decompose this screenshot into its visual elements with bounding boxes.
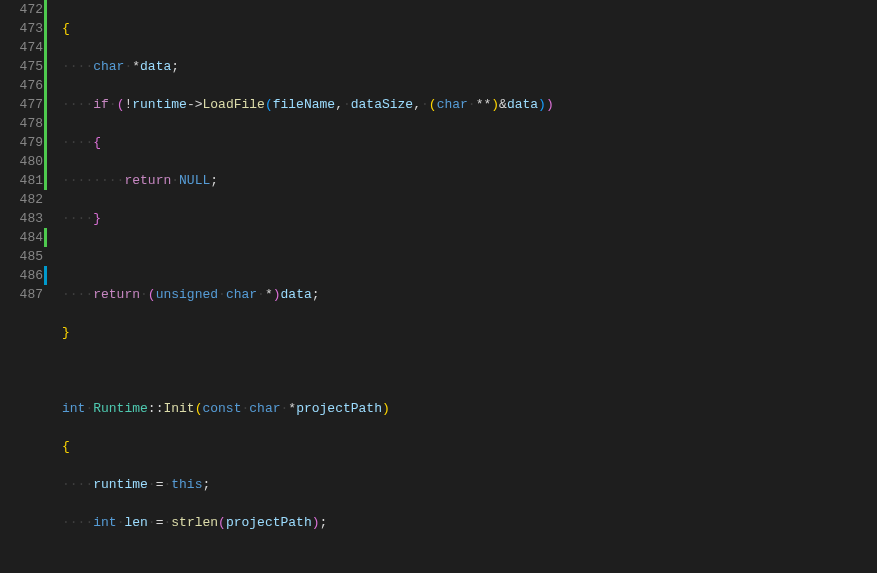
keyword-const: const <box>202 401 241 416</box>
semicolon: ; <box>171 59 179 74</box>
keyword-int: int <box>62 401 85 416</box>
var-data: data <box>140 59 171 74</box>
code-content[interactable]: { ····char·*data; ····if·(!runtime->Load… <box>48 0 632 573</box>
keyword-return: return <box>124 173 171 188</box>
var-projectpath: projectPath <box>296 401 382 416</box>
brace: { <box>62 439 70 454</box>
class-runtime: Runtime <box>93 401 148 416</box>
var-runtime: runtime <box>132 97 187 112</box>
keyword-char: char <box>226 287 257 302</box>
line-number: 484 <box>20 230 43 245</box>
var-runtime: runtime <box>93 477 148 492</box>
keyword-this: this <box>171 477 202 492</box>
keyword-char: char <box>249 401 280 416</box>
semicolon: ; <box>312 287 320 302</box>
keyword-unsigned: unsigned <box>156 287 218 302</box>
line-number: 478 <box>20 116 43 131</box>
semicolon: ; <box>202 477 210 492</box>
line-number: 482 <box>20 192 43 207</box>
paren: ( <box>148 287 156 302</box>
op-starstar: ** <box>476 97 492 112</box>
line-number: 473 <box>20 21 43 36</box>
paren: ) <box>273 287 281 302</box>
line-number-gutter: 472 473 474 475 476 477 478 479 480 481 … <box>0 0 48 573</box>
var-len: len <box>124 515 147 530</box>
line-number: 486 <box>20 268 43 283</box>
keyword-char: char <box>93 59 124 74</box>
keyword-int: int <box>93 515 116 530</box>
editor-root: 472 473 474 475 476 477 478 479 480 481 … <box>0 0 877 573</box>
line-number: 476 <box>20 78 43 93</box>
brace: } <box>62 325 70 340</box>
line-number: 472 <box>20 2 43 17</box>
var-projectpath: projectPath <box>226 515 312 530</box>
var-data: data <box>281 287 312 302</box>
op-amp: & <box>499 97 507 112</box>
fn-loadfile: LoadFile <box>202 97 264 112</box>
line-number: 483 <box>20 211 43 226</box>
scope-op: :: <box>148 401 164 416</box>
var-data: data <box>507 97 538 112</box>
fn-strlen: strlen <box>171 515 218 530</box>
const-null: NULL <box>179 173 210 188</box>
keyword-return: return <box>93 287 140 302</box>
op-star: * <box>265 287 273 302</box>
brace: } <box>93 211 101 226</box>
line-number: 475 <box>20 59 43 74</box>
line-number: 477 <box>20 97 43 112</box>
line-number: 481 <box>20 173 43 188</box>
keyword-if: if <box>93 97 109 112</box>
fn-init: Init <box>163 401 194 416</box>
line-number: 474 <box>20 40 43 55</box>
keyword-char: char <box>437 97 468 112</box>
line-number: 485 <box>20 249 43 264</box>
line-number: 479 <box>20 135 43 150</box>
line-number: 487 <box>20 287 43 302</box>
code-editor[interactable]: 472 473 474 475 476 477 478 479 480 481 … <box>0 0 877 573</box>
semicolon: ; <box>210 173 218 188</box>
brace: { <box>62 21 70 36</box>
var-filename: fileName <box>273 97 335 112</box>
op-star: * <box>132 59 140 74</box>
op-star: * <box>288 401 296 416</box>
semicolon: ; <box>320 515 328 530</box>
line-number: 480 <box>20 154 43 169</box>
brace: { <box>93 135 101 150</box>
var-datasize: dataSize <box>351 97 413 112</box>
